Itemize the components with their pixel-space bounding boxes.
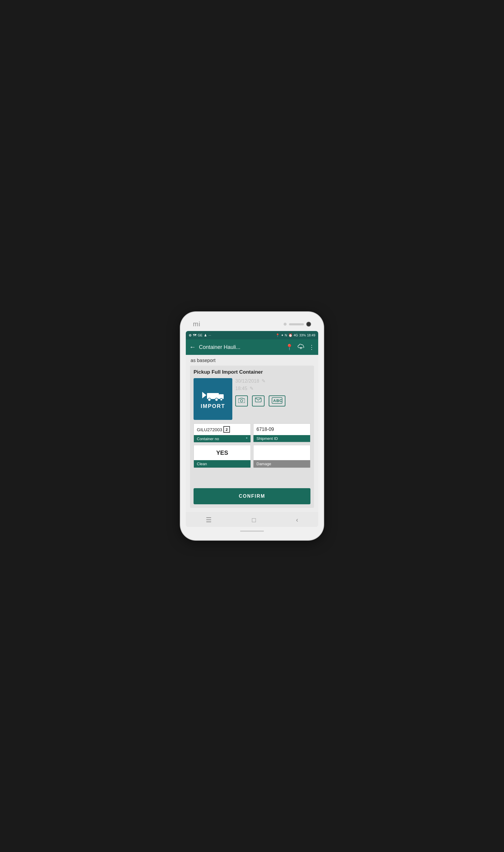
location-icon: 📍 — [275, 333, 280, 337]
signal-label: 4G — [294, 333, 298, 337]
bottom-nav: ☰ □ ‹ — [186, 512, 318, 527]
spacer — [194, 470, 310, 488]
maps-icon: 🗺 — [193, 333, 196, 337]
home-indicator — [240, 530, 264, 532]
action-icons-row: ABC — [235, 395, 310, 406]
app-title: Container Hauli... — [199, 344, 283, 350]
date-edit-icon[interactable]: ✎ — [262, 378, 266, 384]
damage-field: Damage — [253, 445, 310, 468]
time-label: 18:49 — [307, 333, 315, 337]
sensor-dot — [284, 323, 287, 326]
menu-nav-icon[interactable]: ☰ — [206, 516, 212, 524]
shipment-value[interactable]: 6718-09 — [253, 424, 310, 435]
import-image: IMPORT — [194, 378, 232, 420]
battery-label: 33% — [299, 333, 306, 337]
time-value: 18:45 — [235, 386, 247, 391]
status-bar-left: ✿ 🗺 GE ♟ ··· — [189, 333, 211, 337]
container-number-text: GILU272003 — [197, 427, 222, 432]
baseport-label: as baseport — [190, 358, 314, 363]
back-button[interactable]: ← — [190, 343, 196, 351]
phone-sensors — [284, 322, 311, 327]
phone-screen: ✿ 🗺 GE ♟ ··· 📍 ✦ N ⏰ 4G 33% 18:49 ← Cont… — [186, 331, 318, 527]
container-label: Container no * — [194, 435, 251, 442]
main-content: as baseport Pickup Full Import Container — [186, 355, 318, 512]
time-row: 18:45 ✎ — [235, 386, 310, 391]
cloud-sync-icon[interactable] — [297, 344, 305, 351]
container-value[interactable]: GILU272003 2 — [194, 424, 251, 435]
home-nav-icon[interactable]: □ — [252, 516, 256, 524]
phone-brand: mi — [193, 320, 200, 328]
container-label-text: Container no — [197, 437, 219, 441]
phone-bottom-bar — [186, 530, 318, 532]
damage-label: Damage — [253, 460, 310, 468]
back-nav-icon[interactable]: ‹ — [296, 516, 298, 524]
time-edit-icon[interactable]: ✎ — [250, 386, 253, 391]
fields-row: GILU272003 2 Container no * 6718-09 Ship… — [194, 423, 310, 442]
container-field: GILU272003 2 Container no * — [194, 423, 251, 442]
card-top-row: IMPORT 30/12/2018 ✎ 18:45 ✎ — [194, 378, 310, 420]
svg-point-4 — [208, 398, 211, 401]
more-icon: ··· — [209, 333, 211, 337]
ocr-button[interactable]: ABC — [269, 395, 285, 406]
svg-point-7 — [240, 400, 243, 402]
bluetooth-icon: ✦ — [281, 333, 284, 337]
condition-row: YES Clean Damage — [194, 445, 310, 468]
svg-point-6 — [220, 398, 222, 401]
confirm-button[interactable]: CONFIRM — [194, 488, 310, 504]
shipment-field: 6718-09 Shipment ID — [253, 423, 310, 442]
card-title: Pickup Full Import Container — [194, 369, 310, 375]
card-top-right: 30/12/2018 ✎ 18:45 ✎ — [235, 378, 310, 420]
date-value: 30/12/2018 — [235, 378, 259, 384]
damage-value[interactable] — [253, 445, 310, 460]
wifi-icon: ✿ — [189, 333, 192, 337]
app-bar: ← Container Hauli... 📍 ⋮ — [186, 339, 318, 355]
alarm-icon: ⏰ — [288, 333, 292, 337]
clean-label: Clean — [194, 460, 251, 468]
message-button[interactable] — [252, 395, 265, 406]
app-bar-icons: 📍 ⋮ — [286, 344, 314, 351]
task-card: Pickup Full Import Container — [190, 366, 314, 508]
status-bar: ✿ 🗺 GE ♟ ··· 📍 ✦ N ⏰ 4G 33% 18:49 — [186, 331, 318, 339]
person-icon: ♟ — [204, 333, 207, 337]
speaker-bar — [289, 323, 304, 325]
container-badge: 2 — [223, 426, 230, 433]
status-bar-right: 📍 ✦ N ⏰ 4G 33% 18:49 — [275, 333, 315, 337]
nfc-icon: N — [285, 333, 287, 337]
phone-device: mi ✿ 🗺 GE ♟ ··· 📍 ✦ N ⏰ 4G 33% 18 — [180, 312, 324, 540]
clean-field: YES Clean — [194, 445, 251, 468]
svg-point-5 — [215, 398, 218, 401]
svg-text:ABC: ABC — [273, 398, 283, 403]
shipment-label: Shipment ID — [253, 435, 310, 442]
ge-icon: GE — [198, 333, 202, 337]
location-pin-icon[interactable]: 📍 — [286, 344, 293, 351]
import-label: IMPORT — [201, 403, 225, 410]
phone-top-bar: mi — [186, 320, 318, 328]
required-star: * — [246, 436, 248, 441]
clean-value[interactable]: YES — [194, 445, 251, 460]
date-row: 30/12/2018 ✎ — [235, 378, 310, 384]
more-options-icon[interactable]: ⋮ — [309, 344, 314, 351]
front-camera — [306, 322, 311, 327]
camera-button[interactable] — [235, 395, 248, 406]
svg-marker-1 — [202, 392, 206, 398]
